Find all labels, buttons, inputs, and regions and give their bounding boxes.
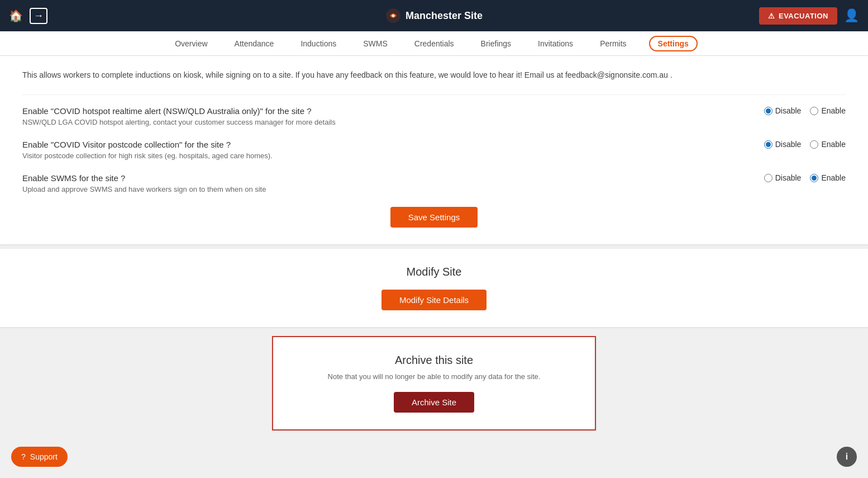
covid-hotspot-setting: Enable "COVID hotspot realtime alert (NS… — [22, 106, 846, 126]
user-icon[interactable]: 👤 — [844, 8, 859, 23]
nav-permits[interactable]: Permits — [595, 37, 631, 50]
nav-overview[interactable]: Overview — [170, 37, 212, 50]
covid-hotspot-disable-radio[interactable] — [764, 107, 772, 115]
settings-card: This allows workers to complete inductio… — [0, 56, 868, 244]
covid-postcode-enable-label[interactable]: Enable — [810, 140, 846, 149]
save-settings-button[interactable]: Save Settings — [390, 207, 478, 228]
support-button[interactable]: ? Support — [11, 447, 68, 467]
header: 🏠 → Manchester Site ⚠ EVACUATION 👤 — [0, 0, 868, 31]
swms-enable-radio[interactable] — [810, 174, 818, 182]
covid-hotspot-title: Enable "COVID hotspot realtime alert (NS… — [22, 106, 764, 116]
swms-controls: Disable Enable — [764, 173, 846, 182]
main-content: This allows workers to complete inductio… — [0, 56, 868, 457]
modify-site-details-button[interactable]: Modify Site Details — [381, 290, 487, 310]
covid-hotspot-disable-label[interactable]: Disable — [764, 106, 802, 115]
modify-site-card: Modify Site Modify Site Details — [0, 249, 868, 327]
covid-postcode-enable-radio[interactable] — [810, 140, 818, 149]
swms-setting: Enable SWMS for the site ? Upload and ap… — [22, 173, 846, 193]
logout-icon[interactable]: → — [30, 8, 47, 24]
navigation: Overview Attendance Inductions SWMS Cred… — [0, 31, 868, 56]
evacuation-button[interactable]: ⚠ EVACUATION — [759, 7, 837, 25]
intro-text: This allows workers to complete inductio… — [22, 69, 846, 81]
info-button[interactable]: i — [837, 447, 857, 467]
swms-disable-label[interactable]: Disable — [764, 173, 802, 182]
nav-settings[interactable]: Settings — [649, 36, 698, 51]
swms-title: Enable SWMS for the site ? — [22, 173, 764, 183]
covid-postcode-row: Enable "COVID Visitor postcode collectio… — [22, 140, 846, 160]
header-left: 🏠 → — [9, 8, 47, 24]
site-title: Manchester Site — [406, 10, 483, 22]
covid-postcode-disable-radio[interactable] — [764, 140, 772, 149]
archive-card: Archive this site Note that you will no … — [272, 336, 596, 430]
nav-attendance[interactable]: Attendance — [230, 37, 279, 50]
covid-postcode-desc: Visitor postcode collection for high ris… — [22, 152, 764, 160]
swms-text: Enable SWMS for the site ? Upload and ap… — [22, 173, 764, 193]
covid-hotspot-text: Enable "COVID hotspot realtime alert (NS… — [22, 106, 764, 126]
covid-hotspot-enable-label[interactable]: Enable — [810, 106, 846, 115]
archive-wrapper: Archive this site Note that you will no … — [0, 332, 868, 457]
swms-desc: Upload and approve SWMS and have workers… — [22, 185, 764, 193]
swms-enable-label[interactable]: Enable — [810, 173, 846, 182]
covid-postcode-setting: Enable "COVID Visitor postcode collectio… — [22, 140, 846, 160]
nav-swms[interactable]: SWMS — [359, 37, 392, 50]
nav-invitations[interactable]: Invitations — [533, 37, 578, 50]
nav-briefings[interactable]: Briefings — [476, 37, 516, 50]
archive-desc: Note that you will no longer be able to … — [295, 372, 573, 381]
divider — [22, 94, 846, 95]
covid-hotspot-enable-radio[interactable] — [810, 107, 818, 115]
question-icon: ? — [21, 452, 26, 461]
modify-site-title: Modify Site — [22, 266, 846, 278]
covid-postcode-title: Enable "COVID Visitor postcode collectio… — [22, 140, 764, 149]
covid-postcode-controls: Disable Enable — [764, 140, 846, 149]
swms-disable-radio[interactable] — [764, 174, 772, 182]
app-logo — [385, 8, 401, 23]
header-title: Manchester Site — [385, 8, 483, 23]
covid-hotspot-controls: Disable Enable — [764, 106, 846, 115]
archive-site-button[interactable]: Archive Site — [394, 392, 474, 413]
home-icon[interactable]: 🏠 — [9, 9, 23, 22]
archive-title: Archive this site — [295, 354, 573, 367]
covid-postcode-text: Enable "COVID Visitor postcode collectio… — [22, 140, 764, 160]
warning-icon: ⚠ — [768, 12, 775, 20]
nav-credentials[interactable]: Credentials — [410, 37, 459, 50]
header-right: ⚠ EVACUATION 👤 — [759, 7, 859, 25]
covid-postcode-disable-label[interactable]: Disable — [764, 140, 802, 149]
covid-hotspot-row: Enable "COVID hotspot realtime alert (NS… — [22, 106, 846, 126]
nav-inductions[interactable]: Inductions — [296, 37, 341, 50]
swms-row: Enable SWMS for the site ? Upload and ap… — [22, 173, 846, 193]
covid-hotspot-desc: NSW/QLD LGA COVID hotspot alerting, cont… — [22, 118, 764, 126]
